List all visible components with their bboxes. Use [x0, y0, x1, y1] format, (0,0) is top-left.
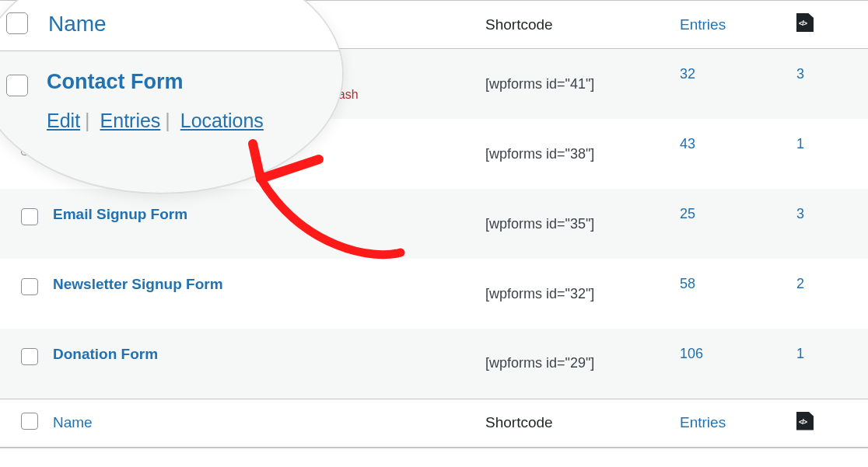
table-footer-row: Name Shortcode Entries: [0, 399, 868, 447]
select-all-bottom[interactable]: [21, 413, 38, 430]
code-icon: [796, 13, 814, 32]
locations-link[interactable]: 1: [796, 136, 804, 152]
entries-link[interactable]: 32: [680, 66, 695, 82]
table-row: Newsletter Signup Form [wpforms id="32"]…: [0, 259, 868, 329]
footer-name[interactable]: Name: [53, 414, 93, 430]
magnifier-action-locations[interactable]: Locations: [180, 110, 264, 131]
locations-link[interactable]: 3: [796, 66, 804, 82]
locations-link[interactable]: 2: [796, 276, 804, 291]
shortcode-cell: [wpforms id="38"]: [476, 119, 670, 189]
entries-link[interactable]: 43: [680, 136, 695, 152]
footer-entries[interactable]: Entries: [680, 414, 726, 430]
magnifier-row-checkbox[interactable]: [6, 75, 28, 96]
locations-link[interactable]: 3: [796, 206, 804, 221]
shortcode-cell: [wpforms id="32"]: [476, 259, 670, 329]
magnifier-row: Contact Form Edit| Entries| Locations: [0, 51, 342, 140]
row-checkbox[interactable]: [21, 208, 38, 225]
footer-shortcode: Shortcode: [476, 399, 670, 447]
entries-link[interactable]: 106: [680, 346, 703, 361]
magnifier-action-edit[interactable]: Edit: [47, 110, 80, 131]
entries-link[interactable]: 58: [680, 276, 695, 291]
magnifier-header: Name: [0, 2, 342, 51]
magnifier-form-title[interactable]: Contact Form: [47, 70, 264, 94]
header-shortcode: Shortcode: [476, 1, 670, 49]
magnifier-actions: Edit| Entries| Locations: [47, 110, 264, 132]
header-locations: [787, 1, 868, 49]
form-title-link[interactable]: Email Signup Form: [53, 206, 187, 222]
form-title-link[interactable]: Newsletter Signup Form: [53, 276, 223, 292]
row-checkbox[interactable]: [21, 348, 38, 365]
locations-link[interactable]: 1: [796, 346, 804, 361]
footer-locations: [787, 399, 868, 447]
shortcode-cell: [wpforms id="35"]: [476, 189, 670, 259]
magnifier-header-name: Name: [48, 12, 107, 37]
table-row: Donation Form [wpforms id="29"] 106 1: [0, 329, 868, 399]
magnifier-select-all[interactable]: [6, 12, 28, 34]
table-row: Email Signup Form [wpforms id="35"] 25 3: [0, 189, 868, 259]
magnifier-action-entries[interactable]: Entries: [100, 110, 161, 131]
shortcode-cell: [wpforms id="29"]: [476, 329, 670, 399]
entries-link[interactable]: 25: [680, 206, 695, 221]
form-title-link[interactable]: Donation Form: [53, 346, 158, 362]
row-checkbox[interactable]: [21, 278, 38, 295]
shortcode-cell: [wpforms id="41"]: [476, 49, 670, 120]
code-icon: [796, 412, 814, 430]
header-entries[interactable]: Entries: [680, 16, 726, 33]
